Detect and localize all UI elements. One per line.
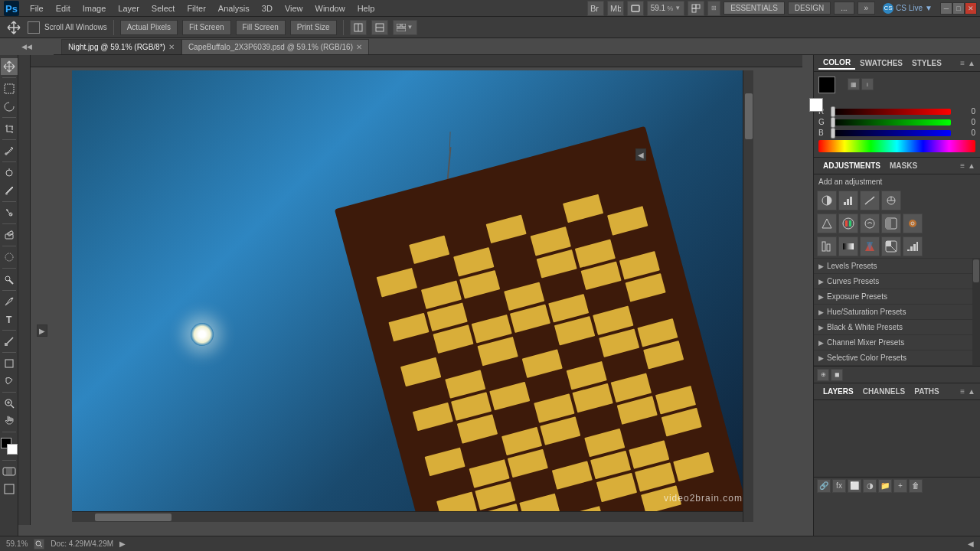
zoom-tool[interactable] bbox=[1, 395, 18, 412]
minimize-btn[interactable]: ─ bbox=[940, 2, 952, 15]
tab-capebuffalo[interactable]: CapeBuffalo_2X3P6039.psd @ 59.1% (RGB/16… bbox=[181, 39, 369, 54]
blue-slider-thumb[interactable] bbox=[831, 128, 835, 139]
brush-tool[interactable] bbox=[1, 182, 18, 199]
photo-filter-icon[interactable] bbox=[903, 214, 923, 233]
adj-item-curves[interactable]: ▶ Curves Presets bbox=[814, 274, 972, 289]
path-selection-tool[interactable] bbox=[1, 333, 18, 350]
adj-item-hue-sat[interactable]: ▶ Hue/Saturation Presets bbox=[814, 305, 972, 320]
arrange-windows-icon2[interactable] bbox=[371, 20, 388, 35]
adj-scroll-thumb[interactable] bbox=[973, 259, 979, 282]
red-slider[interactable] bbox=[831, 109, 951, 115]
arrange-icon[interactable] bbox=[688, 1, 704, 16]
smudge-tool[interactable] bbox=[1, 373, 18, 390]
tab-layers[interactable]: LAYERS bbox=[818, 386, 858, 397]
marquee-tool[interactable] bbox=[1, 80, 18, 97]
arrange-dropdown[interactable]: ▼ bbox=[393, 20, 417, 35]
eyedropper-tool[interactable] bbox=[1, 142, 18, 159]
tab-styles[interactable]: STYLES bbox=[907, 57, 946, 69]
more-workspaces-btn[interactable]: ... bbox=[834, 2, 854, 15]
layer-group-btn[interactable]: 📁 bbox=[878, 479, 892, 493]
tab-masks[interactable]: MASKS bbox=[885, 160, 922, 171]
scrollbar-vertical[interactable] bbox=[743, 70, 753, 522]
green-slider-thumb[interactable] bbox=[831, 117, 835, 128]
layers-panel-collapse-icon[interactable]: ▲ bbox=[968, 387, 975, 396]
layer-adjustment-btn[interactable]: ◑ bbox=[863, 479, 877, 493]
close-btn[interactable]: ✕ bbox=[965, 2, 977, 15]
screen-mode-icon[interactable] bbox=[627, 1, 644, 16]
foreground-color-box[interactable] bbox=[818, 77, 835, 93]
quick-mask-btn[interactable] bbox=[1, 463, 18, 480]
layer-new-btn[interactable]: + bbox=[893, 479, 907, 493]
move-tool-icon[interactable] bbox=[5, 18, 23, 37]
adj-footer-icon2[interactable]: ◼ bbox=[831, 369, 843, 381]
shape-tool[interactable] bbox=[1, 355, 18, 372]
gradient-map-icon[interactable] bbox=[838, 236, 858, 256]
invert-icon[interactable] bbox=[881, 236, 901, 256]
tab-paths[interactable]: PATHS bbox=[910, 386, 943, 397]
tab-channels[interactable]: CHANNELS bbox=[858, 386, 910, 397]
color-info-icon[interactable]: i bbox=[861, 78, 874, 90]
zoom-status-icon[interactable] bbox=[34, 539, 44, 549]
selective-color-icon[interactable] bbox=[860, 236, 880, 256]
scroll-thumb-v[interactable] bbox=[745, 93, 753, 139]
background-color[interactable] bbox=[7, 444, 18, 455]
layer-link-btn[interactable]: 🔗 bbox=[817, 479, 831, 493]
blue-slider[interactable] bbox=[831, 130, 951, 136]
design-btn[interactable]: DESIGN bbox=[788, 2, 831, 15]
tab-night-close[interactable]: ✕ bbox=[168, 43, 175, 51]
canvas-image[interactable]: video2brain.com bbox=[72, 70, 753, 522]
tab-color[interactable]: COLOR bbox=[818, 57, 855, 70]
healing-brush-tool[interactable] bbox=[1, 165, 18, 181]
hue-saturation-icon[interactable] bbox=[838, 214, 858, 233]
adj-panel-collapse-icon[interactable]: ▲ bbox=[968, 161, 975, 170]
restore-btn[interactable]: □ bbox=[952, 2, 965, 15]
adj-panel-menu-icon[interactable]: ≡ bbox=[960, 161, 965, 170]
status-scroll-left[interactable]: ◀ bbox=[968, 540, 974, 548]
adj-item-channel-mixer[interactable]: ▶ Channel Mixer Presets bbox=[814, 335, 972, 350]
eraser-tool[interactable] bbox=[1, 227, 18, 243]
actual-pixels-btn[interactable]: Actual Pixels bbox=[120, 20, 178, 35]
color-spectrum-bar[interactable] bbox=[818, 140, 975, 152]
black-white-icon[interactable] bbox=[881, 214, 901, 233]
clone-stamp-tool[interactable] bbox=[1, 204, 18, 221]
color-balance-icon[interactable] bbox=[860, 214, 880, 233]
menu-image[interactable]: Image bbox=[77, 2, 112, 15]
tab-adjustments[interactable]: ADJUSTMENTS bbox=[818, 160, 885, 171]
color-panel-menu-icon[interactable]: ≡ bbox=[960, 59, 965, 67]
tab-swatches[interactable]: SWATCHES bbox=[855, 57, 907, 69]
levels-icon[interactable] bbox=[838, 191, 858, 210]
layers-panel-menu-icon[interactable]: ≡ bbox=[960, 387, 965, 396]
status-forward-arrow[interactable]: ▶ bbox=[119, 540, 126, 548]
layer-delete-btn[interactable]: 🗑 bbox=[909, 479, 923, 493]
type-tool[interactable]: T bbox=[1, 311, 18, 328]
cs-live-btn[interactable]: CS CS Live ▼ bbox=[878, 2, 937, 15]
arrange-windows-icon1[interactable] bbox=[350, 20, 367, 35]
curves-icon[interactable] bbox=[860, 191, 880, 210]
adj-scrollbar[interactable] bbox=[972, 258, 980, 366]
menu-analysis[interactable]: Analysis bbox=[213, 2, 255, 15]
vibrance-icon[interactable] bbox=[817, 214, 837, 233]
brightness-contrast-icon[interactable] bbox=[817, 191, 837, 210]
background-color-box[interactable] bbox=[809, 98, 823, 112]
histogram-icon[interactable]: ▦ bbox=[848, 78, 860, 90]
launch-mini-bridge-icon[interactable]: Mb bbox=[607, 1, 624, 16]
menu-file[interactable]: File bbox=[24, 2, 49, 15]
scroll-thumb-h[interactable] bbox=[95, 514, 172, 521]
menu-view[interactable]: View bbox=[279, 2, 309, 15]
layer-mask-btn[interactable]: ⬜ bbox=[848, 479, 861, 493]
pen-tool[interactable] bbox=[1, 293, 18, 310]
hand-tool[interactable] bbox=[1, 412, 18, 429]
workspace-dropdown[interactable]: ⊞ bbox=[707, 1, 720, 16]
right-panel-collapse-arrow[interactable]: ◀ bbox=[635, 148, 646, 161]
fit-screen-btn[interactable]: Fit Screen bbox=[182, 20, 231, 35]
green-slider[interactable] bbox=[831, 119, 951, 126]
print-size-btn[interactable]: Print Size bbox=[290, 20, 337, 35]
menu-help[interactable]: Help bbox=[352, 2, 381, 15]
extend-btn[interactable]: » bbox=[858, 2, 876, 15]
tab-cape-close[interactable]: ✕ bbox=[356, 43, 362, 51]
fill-screen-btn[interactable]: Fill Screen bbox=[236, 20, 286, 35]
menu-edit[interactable]: Edit bbox=[51, 2, 76, 15]
dodge-tool[interactable] bbox=[1, 271, 18, 288]
screen-mode-btn[interactable] bbox=[1, 481, 18, 497]
menu-select[interactable]: Select bbox=[146, 2, 181, 15]
